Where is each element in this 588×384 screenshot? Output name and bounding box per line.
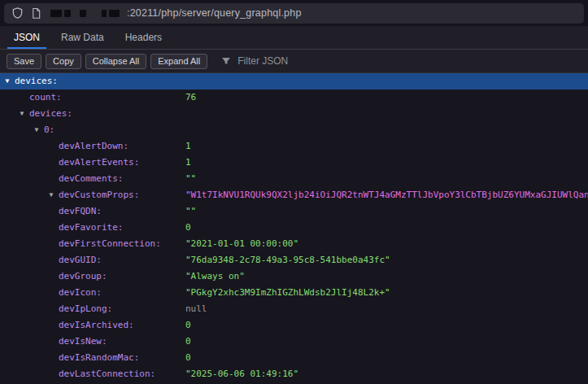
json-tree: ▼devices:count:76▼devices:▼0:devAlertDow… [0,73,588,384]
property-value: 76 [185,89,588,106]
property-name: devIsRandomMac: [59,352,139,363]
page-info-icon[interactable] [31,7,41,20]
redacted-host [50,10,120,17]
tree-row-label: devIsArchived: [0,317,185,334]
shield-icon[interactable] [11,7,24,20]
property-value: "" [185,171,588,187]
tree-row-label: devGroup: [0,268,185,285]
tree-row[interactable]: devGroup:"Always on" [0,268,588,285]
filter-funnel-icon [221,56,231,66]
tree-row-label: devComments: [0,171,185,187]
tree-row-label: devLastConnection: [0,366,185,382]
property-value: "2025-06-06 01:49:16" [185,366,588,382]
property-value: 0 [185,220,588,236]
property-name: devIpLong: [59,303,112,314]
property-name: devCustomProps: [59,190,139,200]
property-name: devFirstConnection: [59,238,161,249]
json-toolbar: Save Copy Collapse All Expand All [0,50,588,73]
viewer-tab-bar: JSON Raw Data Headers [0,26,588,50]
tab-headers[interactable]: Headers [115,26,172,49]
tree-row[interactable]: devIpLong:null [0,301,588,317]
tree-row-label: devIcon: [0,285,185,301]
twisty-expand-icon[interactable]: ▼ [46,187,56,203]
tree-row-label: ▼devices: [0,73,185,89]
tree-row[interactable]: devIsNew:0 [0,334,588,350]
property-name: devFavorite: [59,222,123,233]
property-name: devIsNew: [59,336,107,347]
property-name: devLastConnection: [59,369,155,379]
tree-row-label: count: [0,89,185,106]
property-value: 0 [185,317,588,334]
tree-row[interactable]: devIsArchived:0 [0,317,588,334]
tab-raw-data[interactable]: Raw Data [50,26,115,49]
tree-row[interactable]: count:76 [0,89,588,106]
tree-row-label: devAlertDown: [0,138,185,155]
property-name: devGroup: [59,271,107,281]
tree-row[interactable]: devIsRandomMac:0 [0,350,588,366]
twisty-expand-icon[interactable]: ▼ [17,106,27,122]
tab-json[interactable]: JSON [3,26,50,49]
save-button[interactable]: Save [7,54,41,69]
tree-row-label: devIsNew: [0,334,185,350]
property-name: devAlertDown: [59,141,128,151]
twisty-expand-icon[interactable]: ▼ [2,73,12,89]
property-value: 0 [185,350,588,366]
property-name: devFQDN: [59,206,102,216]
tree-row[interactable]: devAlertEvents:1 [0,155,588,171]
property-name: devComments: [59,173,123,184]
twisty-expand-icon[interactable]: ▼ [32,122,41,138]
tree-row-label: devFQDN: [0,203,185,220]
property-value: 1 [185,138,588,155]
tree-row[interactable]: devLastConnection:"2025-06-06 01:49:16" [0,366,588,382]
tree-row[interactable]: devFQDN:"" [0,203,588,220]
property-value: "" [185,203,588,220]
tree-row[interactable]: devFirstConnection:"2021-01-01 00:00:00" [0,236,588,252]
url-text: :20211/php/server/query_graphql.php [127,7,302,19]
url-bar[interactable]: :20211/php/server/query_graphql.php [4,3,584,24]
property-value: "Always on" [185,268,588,285]
property-value: "76da9348-2c78-49a3-95c8-541bbe0a43fc" [185,252,588,268]
tree-row-label: devGUID: [0,252,185,268]
filter-json-input[interactable] [236,55,333,68]
property-name: devIcon: [59,287,102,298]
tree-row[interactable]: devGUID:"76da9348-2c78-49a3-95c8-541bbe0… [0,252,588,268]
filter-json-box [221,55,333,68]
tree-row-label: ▼devices: [0,106,185,122]
tree-row[interactable]: ▼0: [0,122,588,138]
property-value: 1 [185,155,588,171]
collapse-all-button[interactable]: Collapse All [85,54,146,69]
property-value: 0 [185,334,588,350]
tree-row-label: devFavorite: [0,220,185,236]
property-value: "W1t7IkNVU1RQUk9QX2ljb24iOiJQR2tnWTJ4aGM… [185,187,588,203]
tree-row[interactable]: ▼devCustomProps:"W1t7IkNVU1RQUk9QX2ljb24… [0,187,588,203]
property-name: devAlertEvents: [59,157,139,168]
copy-button[interactable]: Copy [46,54,81,69]
tree-row-label: devAlertEvents: [0,155,185,171]
property-name: devIsArchived: [59,320,134,330]
expand-all-button[interactable]: Expand All [150,54,207,69]
browser-window: :20211/php/server/query_graphql.php JSON… [0,0,588,384]
tree-row[interactable]: ▼devices: [0,73,588,89]
tree-row[interactable]: ▼devices: [0,106,588,122]
tree-row-label: ▼0: [0,122,185,138]
property-name: 0: [44,124,54,135]
property-name: devGUID: [59,255,102,265]
tree-row[interactable]: devAlertDown:1 [0,138,588,155]
tree-row-label: devIpLong: [0,301,185,317]
property-name: count: [29,92,62,103]
tree-row[interactable]: devComments:"" [0,171,588,187]
property-name: devices: [29,108,72,119]
browser-toolbar: :20211/php/server/query_graphql.php [0,0,588,26]
tree-row-label: devFirstConnection: [0,236,185,252]
property-name: devices: [15,76,58,86]
property-value: "PGkgY2xhc3M9ImZhIGZhLWdsb2JlIj48L2k+" [185,285,588,301]
tree-row[interactable]: devIcon:"PGkgY2xhc3M9ImZhIGZhLWdsb2JlIj4… [0,285,588,301]
property-value: "2021-01-01 00:00:00" [185,236,588,252]
tree-row-label: devIsRandomMac: [0,350,185,366]
property-value: null [185,301,588,317]
tree-row-label: ▼devCustomProps: [0,187,185,203]
tree-row[interactable]: devFavorite:0 [0,220,588,236]
